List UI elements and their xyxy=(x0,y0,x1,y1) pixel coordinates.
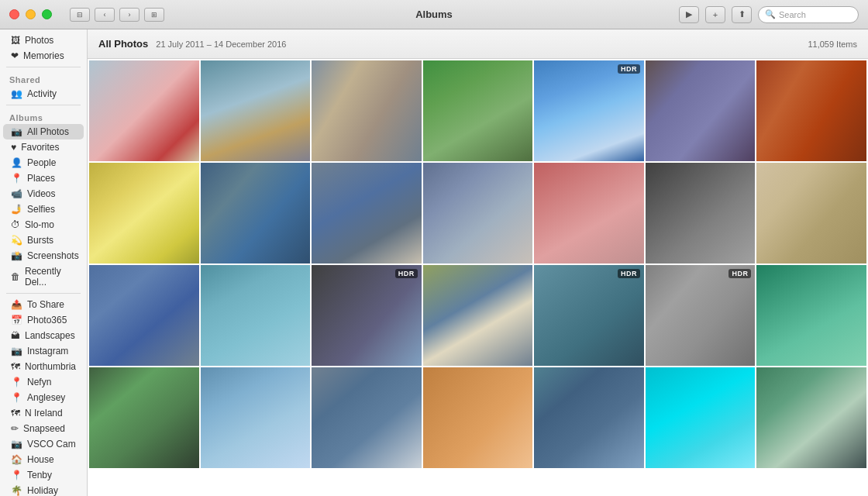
photo-thumbnail[interactable] xyxy=(201,265,311,366)
sidebar-item-snapseed[interactable]: ✏ Snapseed xyxy=(3,421,84,436)
sidebar-label-to-share: To Share xyxy=(27,299,64,310)
photo-thumbnail[interactable] xyxy=(423,367,533,468)
photo-thumbnail[interactable]: HDR xyxy=(646,265,756,366)
photo-thumbnail[interactable] xyxy=(646,163,756,264)
search-box[interactable]: 🔍 Search xyxy=(758,6,859,23)
photo-thumbnail[interactable] xyxy=(646,367,756,468)
photo-thumbnail[interactable] xyxy=(201,60,311,161)
sidebar-item-vsco-cam[interactable]: 📷 VSCO Cam xyxy=(3,436,84,452)
photo-thumbnail[interactable] xyxy=(89,60,199,161)
sidebar-item-northumbria[interactable]: 🗺 Northumbria xyxy=(3,359,84,374)
share-button[interactable]: ⬆ xyxy=(732,6,752,23)
photo365-icon: 📅 xyxy=(11,315,22,326)
sidebar-item-to-share[interactable]: 📤 To Share xyxy=(3,297,84,312)
sidebar-item-videos[interactable]: 📹 Videos xyxy=(3,186,84,202)
photo-thumbnail[interactable] xyxy=(423,265,533,366)
sidebar-item-people[interactable]: 👤 People xyxy=(3,155,84,170)
sidebar-label-videos: Videos xyxy=(27,188,55,199)
sidebar-item-holiday[interactable]: 🌴 Holiday xyxy=(3,483,84,496)
sidebar-item-screenshots[interactable]: 📸 Screenshots xyxy=(3,248,84,264)
selfies-icon: 🤳 xyxy=(11,204,22,215)
add-button[interactable]: + xyxy=(705,6,725,23)
house-icon: 🏠 xyxy=(11,454,22,465)
play-button[interactable]: ▶ xyxy=(679,6,699,23)
sidebar-item-selfies[interactable]: 🤳 Selfies xyxy=(3,202,84,217)
photo-thumbnail[interactable] xyxy=(756,367,866,468)
photo-grid: HDRHDRHDRHDR xyxy=(88,59,868,496)
hdr-badge: HDR xyxy=(395,269,418,278)
sidebar-item-activity[interactable]: 👥 Activity xyxy=(3,86,84,102)
photo-thumbnail[interactable] xyxy=(534,367,644,468)
sidebar-label-all-photos: All Photos xyxy=(27,126,69,137)
content-item-count: 11,059 Items xyxy=(808,40,857,49)
photo-row: HDR xyxy=(89,60,866,161)
photo-thumbnail[interactable] xyxy=(423,60,533,161)
photo-thumbnail[interactable] xyxy=(646,60,756,161)
photo-thumbnail[interactable] xyxy=(201,367,311,468)
photo-thumbnail[interactable] xyxy=(756,60,866,161)
photo-thumbnail[interactable] xyxy=(312,163,422,264)
back-button[interactable]: ‹ xyxy=(95,8,115,22)
sidebar-item-favorites[interactable]: ♥ Favorites xyxy=(3,140,84,155)
sidebar-item-photos[interactable]: 🖼 Photos xyxy=(3,33,84,48)
forward-button[interactable]: › xyxy=(119,8,140,22)
layout-button[interactable]: ⊞ xyxy=(144,8,164,22)
sidebar-divider-2 xyxy=(6,105,81,105)
sidebar-item-tenby[interactable]: 📍 Tenby xyxy=(3,467,84,483)
content-header-left: All Photos 21 July 2011 – 14 December 20… xyxy=(98,38,286,50)
sidebar-label-house: House xyxy=(27,454,54,465)
minimize-button[interactable] xyxy=(26,9,36,19)
nav-buttons: ⊟ ‹ › ⊞ xyxy=(70,8,164,22)
sidebar-label-memories: Memories xyxy=(23,50,64,61)
sidebar-item-bursts[interactable]: 💫 Bursts xyxy=(3,232,84,248)
photo-thumbnail[interactable] xyxy=(756,163,866,264)
sidebar-label-vsco-cam: VSCO Cam xyxy=(27,439,76,450)
sidebar-item-photo365[interactable]: 📅 Photo365 xyxy=(3,312,84,328)
sidebar-item-instagram[interactable]: 📷 Instagram xyxy=(3,343,84,359)
sidebar-item-house[interactable]: 🏠 House xyxy=(3,452,84,467)
sidebar-item-memories[interactable]: ❤ Memories xyxy=(3,48,84,64)
sidebar-item-recently-deleted[interactable]: 🗑 Recently Del... xyxy=(3,264,84,290)
sidebar-toggle-button[interactable]: ⊟ xyxy=(70,8,90,22)
close-button[interactable] xyxy=(9,9,19,19)
photo-thumbnail[interactable] xyxy=(312,60,422,161)
photo-row xyxy=(89,367,866,468)
photo-thumbnail[interactable] xyxy=(423,163,533,264)
tenby-icon: 📍 xyxy=(11,470,22,480)
n-ireland-icon: 🗺 xyxy=(11,408,20,418)
sidebar-label-holiday: Holiday xyxy=(27,485,58,496)
sidebar: 🖼 Photos ❤ Memories Shared 👥 Activity Al… xyxy=(0,29,88,496)
sidebar-item-slo-mo[interactable]: ⏱ Slo-mo xyxy=(3,217,84,232)
photo-thumbnail[interactable]: HDR xyxy=(534,265,644,366)
photo-thumbnail[interactable]: HDR xyxy=(312,265,422,366)
sidebar-item-nefyn[interactable]: 📍 Nefyn xyxy=(3,374,84,390)
photo-thumbnail[interactable] xyxy=(312,367,422,468)
sidebar-label-recently-deleted: Recently Del... xyxy=(25,266,76,288)
sidebar-item-n-ireland[interactable]: 🗺 N Ireland xyxy=(3,405,84,421)
sidebar-item-anglesey[interactable]: 📍 Anglesey xyxy=(3,390,84,405)
photo-thumbnail[interactable] xyxy=(89,367,199,468)
sidebar-label-nefyn: Nefyn xyxy=(27,377,51,388)
sidebar-label-screenshots: Screenshots xyxy=(27,250,79,261)
photo-thumbnail[interactable] xyxy=(89,265,199,366)
content-title: All Photos xyxy=(98,38,148,50)
hdr-badge: HDR xyxy=(618,64,640,74)
photo-thumbnail[interactable] xyxy=(89,163,199,264)
albums-section-label: Albums xyxy=(0,108,87,124)
content-area: All Photos 21 July 2011 – 14 December 20… xyxy=(88,29,868,496)
content-date-range: 21 July 2011 – 14 December 2016 xyxy=(156,40,286,49)
photo-thumbnail[interactable]: HDR xyxy=(534,60,644,161)
photo-thumbnail[interactable] xyxy=(534,163,644,264)
sidebar-item-places[interactable]: 📍 Places xyxy=(3,170,84,186)
maximize-button[interactable] xyxy=(42,9,52,19)
photo-thumbnail[interactable] xyxy=(201,163,311,264)
sidebar-item-all-photos[interactable]: 📷 All Photos xyxy=(3,124,84,140)
landscapes-icon: 🏔 xyxy=(11,330,20,341)
screenshots-icon: 📸 xyxy=(11,250,22,261)
sidebar-item-landscapes[interactable]: 🏔 Landscapes xyxy=(3,328,84,343)
videos-icon: 📹 xyxy=(11,188,22,199)
photo-thumbnail[interactable] xyxy=(756,265,866,366)
sidebar-label-people: People xyxy=(27,157,56,168)
sidebar-label-snapseed: Snapseed xyxy=(23,423,65,434)
hdr-badge: HDR xyxy=(728,269,751,278)
